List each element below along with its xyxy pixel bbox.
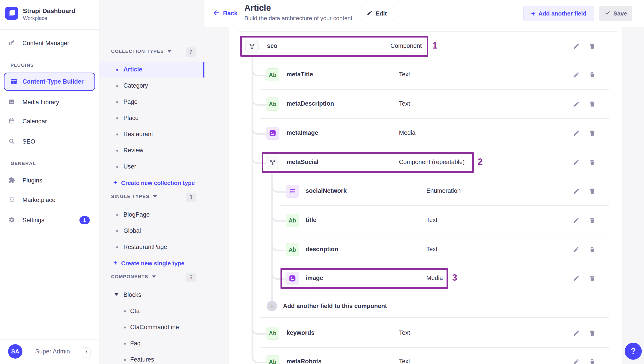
nav-item-user[interactable]: User bbox=[100, 159, 204, 174]
delete-field-button[interactable] bbox=[588, 245, 596, 254]
nav-item-label: Faq bbox=[130, 340, 141, 347]
collapse-sidebar-button[interactable] bbox=[82, 347, 91, 358]
edit-field-button[interactable] bbox=[572, 158, 580, 167]
cart-icon bbox=[8, 196, 15, 204]
nav-item-label: Category bbox=[124, 82, 148, 89]
delete-field-button[interactable] bbox=[588, 129, 596, 137]
add-another-field-button[interactable]: + Add another field bbox=[523, 6, 594, 21]
bullet-icon bbox=[124, 310, 126, 312]
nav-section-header[interactable]: COLLECTION TYPES bbox=[111, 49, 172, 54]
nav-item-global[interactable]: Global bbox=[100, 223, 204, 239]
sidebar-item-label: Content-Type Builder bbox=[22, 78, 84, 85]
avatar[interactable]: SA bbox=[8, 344, 22, 358]
nav-action-create-new-collection-type[interactable]: +Create new collection type bbox=[100, 178, 204, 188]
bullet-icon bbox=[124, 343, 126, 345]
delete-field-button[interactable] bbox=[588, 187, 596, 196]
delete-field-button[interactable] bbox=[588, 329, 596, 337]
tree-elbow bbox=[271, 212, 286, 222]
nav-item-page[interactable]: Page bbox=[100, 94, 204, 110]
nav-item-label: Review bbox=[124, 147, 144, 154]
edit-field-button[interactable] bbox=[572, 187, 580, 196]
sidebar-item-label: Settings bbox=[22, 217, 44, 224]
sidebar-item-marketplace[interactable]: Marketplace bbox=[8, 195, 56, 205]
delete-field-button[interactable] bbox=[588, 274, 596, 283]
edit-field-button[interactable] bbox=[572, 42, 580, 51]
edit-field-button[interactable] bbox=[572, 245, 580, 254]
nav-item-article[interactable]: Article bbox=[100, 62, 204, 78]
sidebar-item-media-library[interactable]: Media Library bbox=[8, 97, 59, 107]
help-button[interactable]: ? bbox=[625, 343, 642, 360]
add-component-field-button[interactable]: + bbox=[267, 301, 277, 311]
back-link[interactable]: Back bbox=[213, 9, 238, 18]
edit-field-button[interactable] bbox=[572, 129, 580, 137]
media-field-icon bbox=[266, 127, 279, 140]
nav-item-category[interactable]: Category bbox=[100, 78, 204, 94]
edit-button[interactable]: Edit bbox=[360, 6, 393, 21]
sidebar-item-calendar[interactable]: Calendar bbox=[8, 116, 47, 126]
text-field-icon: Ab bbox=[266, 98, 279, 111]
field-type: Text bbox=[399, 329, 410, 336]
chevron-down-icon bbox=[152, 275, 156, 278]
edit-field-button[interactable] bbox=[572, 71, 580, 79]
tree-elbow bbox=[252, 324, 266, 335]
nav-item-blogpage[interactable]: BlogPage bbox=[100, 207, 204, 223]
bullet-icon bbox=[124, 359, 126, 361]
active-indicator bbox=[202, 62, 204, 78]
save-button[interactable]: Save bbox=[599, 6, 632, 21]
general-section-label: GENERAL bbox=[10, 161, 36, 166]
nav-group-blocks[interactable]: Blocks bbox=[100, 287, 204, 303]
row-divider bbox=[260, 317, 609, 318]
nav-action-create-new-single-type[interactable]: +Create new single type bbox=[100, 259, 204, 268]
sidebar-item-label: Media Library bbox=[22, 99, 59, 106]
nav-action-label: Create new collection type bbox=[121, 179, 195, 187]
nav-section-header[interactable]: SINGLE TYPES bbox=[111, 194, 157, 199]
delete-field-button[interactable] bbox=[588, 100, 596, 108]
media-field-icon bbox=[286, 272, 299, 285]
pen-feather-icon bbox=[8, 39, 15, 47]
edit-field-button[interactable] bbox=[572, 357, 580, 364]
sidebar-item-content-type-builder[interactable]: Content-Type Builder bbox=[4, 73, 95, 91]
nav-group-label: Blocks bbox=[124, 291, 141, 298]
field-type: Text bbox=[426, 246, 438, 253]
text-field-icon: Ab bbox=[286, 214, 299, 227]
nav-section-count: 7 bbox=[186, 47, 196, 57]
workspace-name: Workplace bbox=[23, 15, 47, 21]
nav-item-features[interactable]: Features bbox=[100, 352, 204, 364]
enumeration-field-icon bbox=[286, 185, 299, 198]
delete-field-button[interactable] bbox=[588, 71, 596, 79]
gear-icon bbox=[8, 216, 15, 224]
page-subtitle: Build the data architecture of your cont… bbox=[244, 15, 352, 22]
edit-field-button[interactable] bbox=[572, 216, 580, 225]
delete-field-button[interactable] bbox=[588, 357, 596, 364]
edit-field-button[interactable] bbox=[572, 274, 580, 283]
row-divider bbox=[260, 118, 609, 119]
row-divider bbox=[260, 89, 609, 90]
field-type: Media bbox=[426, 275, 443, 282]
sidebar-item-content-manager[interactable]: Content Manager bbox=[8, 38, 69, 48]
nav-item-ctacommandline[interactable]: CtaCommandLine bbox=[100, 319, 204, 335]
nav-item-place[interactable]: Place bbox=[100, 110, 204, 126]
nav-item-restaurant[interactable]: Restaurant bbox=[100, 126, 204, 142]
delete-field-button[interactable] bbox=[588, 42, 596, 51]
nav-item-label: User bbox=[124, 163, 136, 170]
nav-item-label: Global bbox=[124, 227, 141, 234]
field-type: Component bbox=[390, 43, 422, 49]
nav-section-header[interactable]: COMPONENTS bbox=[111, 274, 156, 279]
delete-field-button[interactable] bbox=[588, 216, 596, 225]
sidebar-item-settings[interactable]: Settings bbox=[8, 215, 44, 225]
nav-section-label: COLLECTION TYPES bbox=[111, 49, 164, 54]
puzzle-icon bbox=[8, 176, 15, 184]
nav-item-restaurantpage[interactable]: RestaurantPage bbox=[100, 239, 204, 255]
nav-item-review[interactable]: Review bbox=[100, 143, 204, 158]
field-type: Enumeration bbox=[426, 188, 461, 194]
sidebar-item-seo[interactable]: SEO bbox=[8, 137, 35, 146]
sidebar-item-plugins[interactable]: Plugins bbox=[8, 175, 42, 185]
nav-item-cta[interactable]: Cta bbox=[100, 303, 204, 319]
row-divider bbox=[260, 147, 609, 147]
edit-field-button[interactable] bbox=[572, 329, 580, 337]
field-name: metaRobots bbox=[286, 358, 322, 364]
nav-item-label: Restaurant bbox=[124, 131, 153, 138]
delete-field-button[interactable] bbox=[588, 158, 596, 167]
nav-item-faq[interactable]: Faq bbox=[100, 336, 204, 351]
edit-field-button[interactable] bbox=[572, 100, 580, 108]
